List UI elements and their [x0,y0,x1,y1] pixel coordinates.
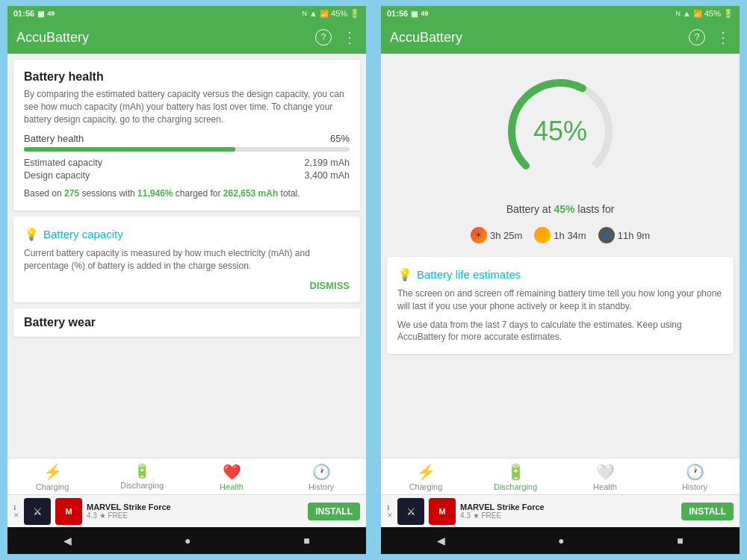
health-progress-bg [24,147,350,152]
battery-capacity-card: 💡 Battery capacity Current battery capac… [13,217,360,302]
estimated-row: Estimated capacity 2,199 mAh [24,158,350,168]
right-health-label: Health [593,482,617,491]
left-home-btn[interactable]: ● [185,535,190,547]
right-ad-banner: ℹ✕ ⚔ M MARVEL Strike Force 4.3 ★ FREE IN… [381,494,740,527]
dismiss-label[interactable]: DISMISS [310,280,350,291]
health-label-nav: Health [220,482,244,491]
capacity-desc: Current battery capacity is measured by … [24,247,350,273]
battery-at-text: Battery at 45% lasts for [387,203,734,215]
sessions-count: 275 [64,188,79,199]
left-install-button[interactable]: INSTALL [308,503,360,520]
right-status-right: N ▲ 📶 45% 🔋 [676,9,734,19]
left-status-right: N ▲ 📶 45% 🔋 [303,9,360,19]
right-ad-title: MARVEL Strike Force [460,503,677,511]
right-sys-nav: ◀ ● ■ [381,527,740,554]
battery-health-card: Battery health By comparing the estimate… [13,60,360,211]
right-notif-icon: ▣ [411,10,418,18]
right-bottom-nav: ⚡ Charging 🔋 Discharging 🤍 Health 🕐 Hist… [381,458,740,494]
left-screen: Battery health By comparing the estimate… [7,54,366,527]
sleep-usage: 💤 11h 9m [598,227,650,243]
gauge-percent-text: 45% [533,116,587,147]
right-nfc-icon: N [676,10,681,17]
left-back-btn[interactable]: ◀ [63,535,72,547]
left-app-bar: AccuBattery ? ⋮ [7,21,366,54]
right-help-icon[interactable]: ? [689,29,705,46]
estimated-value: 2,199 mAh [305,158,350,168]
left-wifi-icon: ▲ [309,9,317,18]
right-nav-discharging[interactable]: 🔋 Discharging [471,458,560,494]
right-ad-thumb2: M [429,498,456,525]
battery-at-suffix: lasts for [574,203,614,215]
right-menu-icon[interactable]: ⋮ [716,28,731,46]
dismiss-btn[interactable]: DISMISS [24,279,350,292]
life-desc1: The screen on and screen off remaining b… [397,287,723,313]
right-home-btn[interactable]: ● [558,535,564,547]
right-app-bar: AccuBattery ? ⋮ [381,21,740,54]
right-status-bar: 01:56 ▣ 49 N ▲ 📶 45% 🔋 [381,6,740,21]
right-install-button[interactable]: INSTALL [681,503,734,520]
charged-mah: 262,653 mAh [223,188,278,199]
life-desc2: We use data from the last 7 days to calc… [397,319,723,344]
left-nav-discharging[interactable]: 🔋 Discharging [97,458,187,494]
right-wifi-icon: ▲ [683,9,691,18]
right-phone: 01:56 ▣ 49 N ▲ 📶 45% 🔋 AccuBattery ? ⋮ [374,0,747,560]
right-app-title: AccuBattery [390,30,462,46]
screen-on-icon: ☀ [471,227,487,243]
right-nav-health[interactable]: 🤍 Health [560,458,650,494]
left-time: 01:56 [13,9,34,18]
right-status-left: 01:56 ▣ 49 [387,9,428,18]
left-app-title: AccuBattery [16,30,89,46]
right-discharging-icon: 🔋 [506,463,525,481]
capacity-title: Battery capacity [43,228,123,240]
history-icon: 🕐 [312,463,331,481]
left-nav-health[interactable]: ❤️ Health [187,458,276,494]
battery-at-percent: 45% [554,203,574,215]
left-recent-btn[interactable]: ■ [303,535,309,547]
dim-time: 1h 34m [554,230,586,241]
right-discharging-label: Discharging [494,482,537,491]
charged-mid: charged for [173,188,223,199]
right-ad-text: MARVEL Strike Force 4.3 ★ FREE [460,503,677,520]
left-notif-icon: ▣ [37,10,44,18]
left-help-icon[interactable]: ? [315,29,332,46]
sleep-icon: 💤 [598,227,615,243]
right-ad-info: ℹ✕ [387,504,393,519]
left-ad-title: MARVEL Strike Force [87,503,303,511]
charged-pct: 11,946% [137,188,173,199]
left-status-icon2: 49 [47,10,55,17]
design-label: Design capacity [24,170,90,181]
usage-row: ☀ 3h 25m 🔅 1h 34m 💤 11h 9m [387,227,734,243]
right-ad-thumb1: ⚔ [397,498,424,525]
left-nav-charging[interactable]: ⚡ Charging [7,458,97,494]
health-value: 65% [330,133,350,144]
right-back-btn[interactable]: ◀ [437,535,445,547]
left-nav-history[interactable]: 🕐 History [276,458,366,494]
health-row: Battery health 65% [24,133,350,144]
battery-health-desc: By comparing the estimated battery capac… [24,88,350,125]
right-nav-charging[interactable]: ⚡ Charging [381,458,471,494]
charging-icon: ⚡ [43,463,62,481]
left-menu-icon[interactable]: ⋮ [342,28,357,46]
left-ad-banner: ℹ✕ ⚔ M MARVEL Strike Force 4.3 ★ FREE IN… [7,494,366,527]
left-status-left: 01:56 ▣ 49 [13,9,55,18]
estimated-label: Estimated capacity [24,158,102,168]
charging-label: Charging [36,482,69,491]
left-ad-sub: 4.3 ★ FREE [87,511,303,520]
left-bottom-nav: ⚡ Charging 🔋 Discharging ❤️ Health 🕐 His… [7,458,366,494]
right-ad-sub: 4.3 ★ FREE [460,511,677,520]
right-health-icon: 🤍 [596,463,615,481]
sleep-time: 11h 9m [618,230,650,241]
right-app-bar-icons: ? ⋮ [689,28,731,46]
health-progress-fill [24,147,235,152]
health-label: Battery health [24,133,84,144]
battery-at-prefix: Battery at [506,203,554,215]
right-time: 01:56 [387,9,408,18]
right-nav-history[interactable]: 🕐 History [650,458,740,494]
discharging-label: Discharging [120,481,164,490]
right-signal-icon: 📶 [693,10,702,18]
right-recent-btn[interactable]: ■ [677,535,683,547]
gauge-container: 45% [387,60,734,197]
capacity-header: 💡 Battery capacity [24,227,350,241]
right-charging-label: Charging [409,482,443,491]
dim-icon: 🔅 [534,227,551,243]
